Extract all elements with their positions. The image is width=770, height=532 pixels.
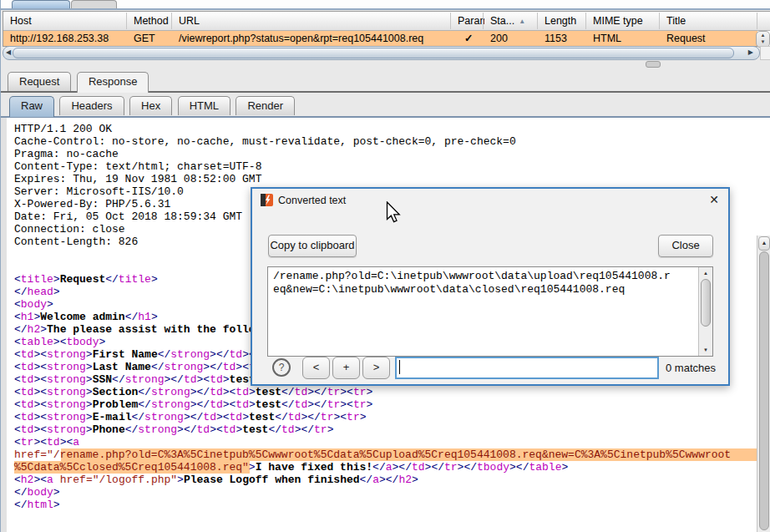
editor-vertical-scrollbar[interactable]: ▲ xyxy=(757,236,770,532)
previous-match-button[interactable]: < xyxy=(302,357,330,379)
scroll-up-icon: ▲ xyxy=(757,32,769,38)
tab-raw[interactable]: Raw xyxy=(9,96,54,117)
panel-splitter-handle[interactable] xyxy=(646,61,661,68)
url-cell: /viewreport.php?status=open&rpt=req10544… xyxy=(172,31,451,46)
converted-text-content: /rename.php?old=C:\inetpub\wwwroot\data\… xyxy=(268,267,712,299)
length-cell: 1153 xyxy=(538,31,586,46)
scroll-left-icon[interactable]: ◀ xyxy=(6,48,11,58)
title-cell: Request xyxy=(660,31,758,46)
tab-hex[interactable]: Hex xyxy=(129,96,172,115)
table-vertical-scrollbar[interactable]: ▲ ▼ xyxy=(756,31,770,48)
column-header-mime[interactable]: MIME type xyxy=(586,12,660,30)
view-tabs-underline xyxy=(1,116,770,118)
view-tabs: Raw Headers Hex HTML Render xyxy=(9,96,296,116)
column-header-title[interactable]: Title xyxy=(660,12,758,30)
message-tabs: Request Response xyxy=(8,72,150,92)
scrollbar-corner xyxy=(760,46,770,60)
add-button[interactable]: + xyxy=(332,357,360,379)
close-button[interactable]: Close xyxy=(658,235,713,257)
top-tab-underline xyxy=(1,8,770,10)
dialog-scroll-thumb[interactable] xyxy=(701,279,711,327)
dialog-title-bar[interactable]: Converted text ✕ xyxy=(252,189,728,212)
table-header-row: Host Method URL Params Sta...▲ Length MI… xyxy=(3,12,770,31)
method-cell: GET xyxy=(127,31,172,46)
vertical-scroll-thumb[interactable] xyxy=(759,251,769,530)
mime-cell: HTML xyxy=(586,31,660,46)
scroll-down-icon: ▼ xyxy=(757,38,769,45)
text-caret xyxy=(399,360,400,374)
sort-ascending-icon: ▲ xyxy=(519,18,525,25)
table-row-selected[interactable]: http://192.168.253.38 GET /viewreport.ph… xyxy=(3,31,757,46)
horizontal-scroll-thumb[interactable] xyxy=(13,48,734,58)
converted-text-area[interactable]: /rename.php?old=C:\inetpub\wwwroot\data\… xyxy=(267,266,713,357)
copy-to-clipboard-button[interactable]: Copy to clipboard xyxy=(268,235,357,257)
scroll-up-icon[interactable]: ▲ xyxy=(758,236,770,251)
scroll-right-icon[interactable]: ▶ xyxy=(748,48,753,58)
search-input[interactable] xyxy=(395,357,659,379)
tab-response[interactable]: Response xyxy=(77,72,149,93)
burp-suite-window: Host Method URL Params Sta...▲ Length MI… xyxy=(0,0,770,532)
tab-request[interactable]: Request xyxy=(8,72,71,91)
status-cell: 200 xyxy=(484,31,539,46)
tab-headers[interactable]: Headers xyxy=(59,96,124,115)
tab-render[interactable]: Render xyxy=(236,96,295,115)
tab-html[interactable]: HTML xyxy=(178,96,230,115)
params-check-icon: ✓ xyxy=(458,31,484,46)
column-header-length[interactable]: Length xyxy=(538,12,586,30)
mouse-cursor-icon xyxy=(386,201,402,224)
column-header-params[interactable]: Params xyxy=(451,12,484,30)
match-count-label: 0 matches xyxy=(666,362,716,374)
proxy-history-table: Host Method URL Params Sta...▲ Length MI… xyxy=(3,11,770,47)
scroll-down-icon[interactable]: ▼ xyxy=(699,345,712,355)
dialog-title: Converted text xyxy=(278,195,346,206)
column-header-status[interactable]: Sta...▲ xyxy=(484,12,539,31)
host-cell: http://192.168.253.38 xyxy=(3,31,127,46)
help-icon[interactable]: ? xyxy=(272,358,291,377)
dialog-text-scrollbar[interactable]: ▲ ▼ xyxy=(698,267,712,356)
column-header-host[interactable]: Host xyxy=(3,12,127,30)
scroll-up-icon[interactable]: ▲ xyxy=(699,268,712,278)
converted-text-dialog: Converted text ✕ Copy to clipboard Close… xyxy=(251,187,730,386)
next-match-button[interactable]: > xyxy=(362,357,390,379)
top-tab-strip xyxy=(1,0,770,8)
column-header-url[interactable]: URL xyxy=(172,12,451,30)
column-header-method[interactable]: Method xyxy=(127,12,172,30)
dialog-search-controls: ? < + > 0 matches xyxy=(252,357,728,380)
burp-app-icon xyxy=(261,194,273,206)
close-icon[interactable]: ✕ xyxy=(709,193,719,206)
table-horizontal-scrollbar[interactable]: ◀ ▶ xyxy=(3,46,760,60)
